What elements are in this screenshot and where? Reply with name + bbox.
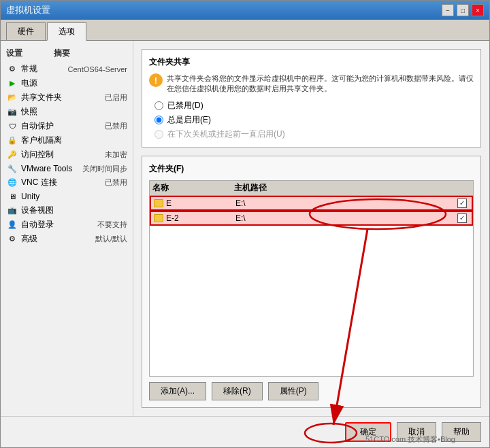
radio-always[interactable]: 总是启用(E) xyxy=(154,114,474,126)
folder-e-checkbox[interactable]: ✓ xyxy=(457,199,467,208)
folder-e2-name-cell: E-2 xyxy=(154,213,235,223)
maximize-button[interactable]: □ xyxy=(457,4,469,16)
folder-sharing-title: 文件夹共享 xyxy=(149,56,474,68)
close-button[interactable]: × xyxy=(472,4,484,16)
radio-until-off-label: 在下次关机或挂起前一直启用(U) xyxy=(167,128,285,140)
sidebar-item-general[interactable]: ⚙ 常规 CentOS64-Server xyxy=(1,62,133,76)
device-view-label: 设备视图 xyxy=(21,205,127,216)
col-header-name: 名称 xyxy=(152,182,234,194)
unity-icon: 🖥 xyxy=(6,191,18,202)
shared-folder-value: 已启用 xyxy=(105,92,127,103)
guest-isolation-icon: 🔒 xyxy=(6,135,18,146)
guest-isolation-label: 客户机隔离 xyxy=(21,135,127,146)
radio-until-off-input xyxy=(154,130,163,139)
advanced-label: 高级 xyxy=(21,233,95,245)
folder-e-name: E xyxy=(166,199,172,208)
autologin-icon: 👤 xyxy=(6,220,18,230)
sidebar-item-guest-isolation[interactable]: 🔒 客户机隔离 xyxy=(1,133,133,148)
sidebar-item-snapshot[interactable]: 📷 快照 xyxy=(1,105,133,119)
col-header-path: 主机路径 xyxy=(234,182,267,194)
sidebar-item-autoprotect[interactable]: 🛡 自动保护 已禁用 xyxy=(1,119,133,133)
right-panel: 文件夹共享 ! 共享文件夹会将您的文件显示给虚拟机中的程序。这可能为您的计算机和… xyxy=(133,41,489,416)
table-row-e[interactable]: E E:\ ✓ xyxy=(150,196,473,211)
add-button[interactable]: 添加(A)... xyxy=(149,382,206,400)
folders-section: 文件夹(F) 名称 主机路径 E E:\ ✓ xyxy=(142,156,481,408)
table-buttons: 添加(A)... 移除(R) 属性(P) xyxy=(149,382,474,400)
tab-hardware[interactable]: 硬件 xyxy=(6,22,46,40)
radio-disabled[interactable]: 已禁用(D) xyxy=(154,100,474,111)
watermark: 51CTO.com 技术博客•Blog xyxy=(365,434,455,445)
sidebar-item-shared-folders[interactable]: 📂 共享文件夹 已启用 xyxy=(1,90,133,105)
unity-label: Unity xyxy=(21,192,127,201)
main-content: 设置 摘要 ⚙ 常规 CentOS64-Server ▶ 电源 📂 共享文件夹 … xyxy=(1,41,489,416)
title-bar: 虚拟机设置 − □ × xyxy=(1,1,489,20)
window-title: 虚拟机设置 xyxy=(6,4,50,16)
radio-always-input[interactable] xyxy=(154,116,163,124)
folder-table-header: 名称 主机路径 xyxy=(150,181,473,196)
device-view-icon: 📺 xyxy=(6,205,18,216)
folder-e-icon xyxy=(154,199,163,207)
vnc-label: VNC 连接 xyxy=(21,177,105,188)
bottom-buttons: 51CTO.com 技术博客•Blog 确定 取消 帮助 xyxy=(1,416,489,447)
remove-button[interactable]: 移除(R) xyxy=(212,382,263,400)
folder-e2-checkbox[interactable]: ✓ xyxy=(457,213,467,223)
header-settings: 设置 xyxy=(6,48,54,59)
radio-until-off: 在下次关机或挂起前一直启用(U) xyxy=(154,128,474,140)
general-label: 常规 xyxy=(21,63,68,75)
radio-disabled-input[interactable] xyxy=(154,101,163,110)
general-icon: ⚙ xyxy=(6,64,18,75)
access-control-value: 未加密 xyxy=(105,150,127,160)
warning-text: 共享文件夹会将您的文件显示给虚拟机中的程序。这可能为您的计算机和数据带来风险。请… xyxy=(167,73,474,94)
left-panel: 设置 摘要 ⚙ 常规 CentOS64-Server ▶ 电源 📂 共享文件夹 … xyxy=(1,41,133,416)
folder-e2-check: ✓ xyxy=(455,213,469,223)
tab-options[interactable]: 选项 xyxy=(47,22,86,41)
sidebar-item-unity[interactable]: 🖥 Unity xyxy=(1,190,133,203)
sidebar-item-autologin[interactable]: 👤 自动登录 不要支持 xyxy=(1,218,133,232)
advanced-icon: ⚙ xyxy=(6,234,18,245)
sidebar-item-vnc[interactable]: 🌐 VNC 连接 已禁用 xyxy=(1,175,133,190)
vmware-tools-icon: 🔧 xyxy=(6,163,18,174)
general-value: CentOS64-Server xyxy=(68,65,127,73)
sidebar-item-advanced[interactable]: ⚙ 高级 默认/默认 xyxy=(1,232,133,246)
shared-folder-icon: 📂 xyxy=(6,92,18,103)
vmware-tools-label: VMware Tools xyxy=(21,164,82,173)
snapshot-icon: 📷 xyxy=(6,107,18,118)
autologin-label: 自动登录 xyxy=(21,219,97,230)
table-row-e2[interactable]: E-2 E:\ ✓ xyxy=(150,211,473,226)
access-control-icon: 🔑 xyxy=(6,150,18,160)
folder-sharing-section: 文件夹共享 ! 共享文件夹会将您的文件显示给虚拟机中的程序。这可能为您的计算机和… xyxy=(142,49,481,148)
autologin-value: 不要支持 xyxy=(97,220,127,230)
header-summary: 摘要 xyxy=(54,48,127,59)
folder-e2-icon xyxy=(154,214,163,222)
shared-folder-label: 共享文件夹 xyxy=(21,92,105,103)
snapshot-label: 快照 xyxy=(21,106,127,118)
sidebar-item-access-control[interactable]: 🔑 访问控制 未加密 xyxy=(1,148,133,162)
tab-bar: 硬件 选项 xyxy=(1,20,489,41)
sidebar-item-power[interactable]: ▶ 电源 xyxy=(1,76,133,90)
warning-icon: ! xyxy=(149,73,163,87)
radio-always-label: 总是启用(E) xyxy=(167,114,211,126)
folders-title: 文件夹(F) xyxy=(149,163,474,175)
folder-e-check: ✓ xyxy=(455,199,469,208)
radio-disabled-label: 已禁用(D) xyxy=(167,100,203,111)
folder-e2-path: E:\ xyxy=(235,213,455,223)
autoprotect-icon: 🛡 xyxy=(6,121,18,132)
left-panel-header: 设置 摘要 xyxy=(1,46,133,62)
vmware-tools-value: 关闭时间同步 xyxy=(82,164,127,174)
vnc-value: 已禁用 xyxy=(105,177,127,188)
folder-e-name-cell: E xyxy=(154,199,235,208)
sidebar-item-device-view[interactable]: 📺 设备视图 xyxy=(1,203,133,218)
radio-group: 已禁用(D) 总是启用(E) 在下次关机或挂起前一直启用(U) xyxy=(149,100,474,140)
folder-e2-name: E-2 xyxy=(166,213,179,223)
sidebar-item-vmware-tools[interactable]: 🔧 VMware Tools 关闭时间同步 xyxy=(1,162,133,175)
title-bar-buttons: − □ × xyxy=(442,4,484,16)
main-window: 虚拟机设置 − □ × 硬件 选项 设置 摘要 ⚙ 常规 CentOS64-Se… xyxy=(0,0,490,448)
vnc-icon: 🌐 xyxy=(6,177,18,188)
advanced-value: 默认/默认 xyxy=(95,234,127,244)
folder-e-path: E:\ xyxy=(235,199,455,208)
minimize-button[interactable]: − xyxy=(442,4,454,16)
access-control-label: 访问控制 xyxy=(21,149,105,160)
power-label: 电源 xyxy=(21,77,127,89)
properties-button[interactable]: 属性(P) xyxy=(268,382,318,400)
warning-row: ! 共享文件夹会将您的文件显示给虚拟机中的程序。这可能为您的计算机和数据带来风险… xyxy=(149,73,474,94)
